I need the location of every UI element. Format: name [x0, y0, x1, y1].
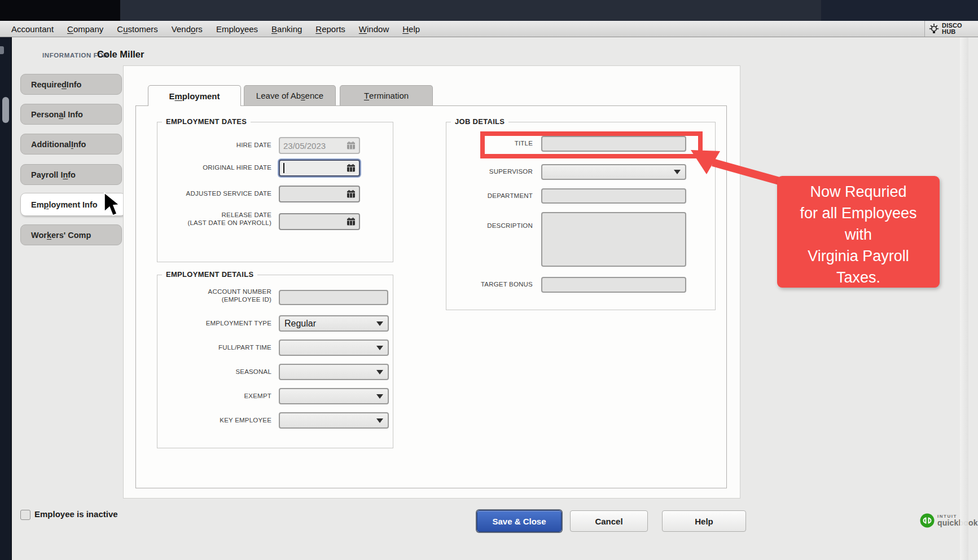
title-band-right-segment: [821, 0, 978, 21]
annotation-line: Taxes.: [777, 267, 940, 288]
employee-inactive-checkbox[interactable]: [20, 510, 30, 520]
job-details-group: JOB DETAILS TITLE SUPERVISOR DEPARTMENT …: [446, 122, 716, 310]
quickbooks-logo: INTUIT quickbooks: [920, 513, 978, 528]
job-details-legend: JOB DETAILS: [451, 117, 508, 126]
tab-termination[interactable]: Termination: [340, 85, 433, 105]
sidebar-item-additional-info[interactable]: Additional Info: [20, 134, 122, 155]
original-hire-date-field[interactable]: [279, 160, 360, 177]
seasonal-label: SEASONAL: [235, 368, 271, 375]
menu-banking[interactable]: Banking: [271, 24, 302, 34]
chevron-down-icon: [376, 418, 383, 423]
text-caret: [283, 163, 284, 173]
chevron-down-icon: [376, 321, 383, 326]
quickbooks-wordmark: quickbooks: [937, 519, 978, 527]
discovery-hub-button[interactable]: DISCO HUB: [924, 21, 978, 37]
menu-customers[interactable]: Customers: [117, 24, 158, 34]
employment-type-select[interactable]: Regular: [279, 315, 389, 332]
release-date-sublabel: (LAST DATE ON PAYROLL): [187, 219, 271, 226]
hire-date-label: HIRE DATE: [236, 142, 271, 148]
chevron-down-icon: [376, 394, 383, 399]
hire-date-field[interactable]: 23/05/2023: [279, 137, 360, 154]
quickbooks-edit-employee-window: Accountant Company Customers Vendors Emp…: [0, 0, 978, 560]
annotation-line: Now Requried: [777, 181, 940, 202]
seasonal-select[interactable]: [279, 364, 389, 380]
title-input[interactable]: [541, 136, 686, 152]
sidebar-item-payroll-info[interactable]: Payroll Info: [20, 164, 122, 185]
tab-leave-of-absence[interactable]: Leave of Absence: [244, 85, 336, 105]
calendar-icon[interactable]: [347, 164, 356, 173]
chevron-down-icon: [376, 346, 383, 350]
account-number-label: ACCOUNT NUMBER: [208, 288, 271, 295]
original-hire-date-label: ORIGINAL HIRE DATE: [203, 164, 271, 171]
background-window-strip: [0, 37, 12, 560]
window-right-edge: [960, 37, 968, 560]
window-title-band: [0, 0, 978, 21]
menu-bar: Accountant Company Customers Vendors Emp…: [0, 21, 978, 37]
employment-details-group: EMPLOYMENT DETAILS ACCOUNT NUMBER (EMPLO…: [157, 275, 393, 448]
department-input[interactable]: [541, 188, 686, 204]
employee-name: Cole Miller: [97, 49, 144, 60]
description-label: DESCRIPTION: [487, 222, 533, 229]
full-part-time-label: FULL/PART TIME: [218, 344, 271, 351]
menu-company[interactable]: Company: [67, 24, 103, 34]
sidebar-item-employment-info[interactable]: Employment Info: [20, 193, 126, 216]
calendar-icon[interactable]: [347, 142, 356, 150]
employee-inactive-label: Employee is inactive: [34, 509, 118, 519]
full-part-time-select[interactable]: [279, 339, 389, 356]
chevron-down-icon: [376, 370, 383, 374]
discovery-hub-label: DISCO HUB: [942, 23, 962, 35]
menu-items: Accountant Company Customers Vendors Emp…: [0, 24, 420, 34]
hire-date-value: 23/05/2023: [283, 141, 356, 151]
release-date-field[interactable]: [279, 213, 360, 230]
target-bonus-input[interactable]: [541, 277, 686, 293]
exempt-label: EXEMPT: [244, 393, 272, 399]
exempt-select[interactable]: [279, 388, 389, 404]
calendar-icon[interactable]: [347, 190, 356, 199]
department-label: DEPARTMENT: [488, 192, 533, 199]
adjusted-service-date-label: ADJUSTED SERVICE DATE: [186, 190, 271, 197]
supervisor-select[interactable]: [541, 164, 686, 180]
cancel-button[interactable]: Cancel: [570, 510, 648, 532]
annotation-line: Virginia Payroll: [777, 245, 940, 267]
release-date-label: RELEASE DATE: [222, 211, 271, 218]
description-textarea[interactable]: [541, 212, 686, 267]
sidebar-item-workers-comp[interactable]: Workers' Comp: [20, 224, 122, 245]
adjusted-service-date-field[interactable]: [279, 186, 360, 202]
sidebar-item-required-info[interactable]: Required Info: [20, 74, 122, 95]
background-window-edge-icon: [0, 46, 4, 54]
account-number-sublabel: (EMPLOYEE ID): [222, 296, 271, 303]
menu-help[interactable]: Help: [402, 24, 420, 34]
save-close-button[interactable]: Save & Close: [477, 510, 562, 532]
menu-window[interactable]: Window: [359, 24, 389, 34]
employment-type-value: Regular: [284, 319, 376, 329]
account-number-input[interactable]: [279, 290, 388, 305]
menu-accountant[interactable]: Accountant: [11, 24, 54, 34]
supervisor-label: SUPERVISOR: [489, 168, 533, 175]
employment-dates-legend: EMPLOYMENT DATES: [162, 117, 251, 126]
menu-vendors[interactable]: Vendors: [172, 24, 203, 34]
quickbooks-icon: [920, 513, 935, 528]
tab-employment[interactable]: Employment: [148, 85, 241, 106]
annotation-note: Now Requried for all Employees with Virg…: [777, 176, 940, 288]
title-label: TITLE: [515, 140, 533, 147]
employment-type-label: EMPLOYMENT TYPE: [206, 320, 271, 327]
menu-reports[interactable]: Reports: [315, 24, 345, 34]
title-band-left-segment: [0, 0, 120, 21]
left-scrollbar-thumb[interactable]: [2, 97, 9, 123]
key-employee-select[interactable]: [279, 412, 389, 429]
calendar-icon[interactable]: [347, 218, 356, 226]
menu-employees[interactable]: Employees: [216, 24, 258, 34]
chevron-down-icon: [674, 170, 681, 174]
sidebar-item-personal-info[interactable]: Personal Info: [20, 104, 122, 125]
lightbulb-icon: [928, 23, 940, 35]
help-button[interactable]: Help: [662, 510, 746, 532]
employment-dates-group: EMPLOYMENT DATES HIRE DATE 23/05/2023 OR…: [157, 122, 393, 262]
employment-details-legend: EMPLOYMENT DETAILS: [162, 270, 257, 279]
annotation-line: with: [777, 224, 940, 245]
annotation-line: for all Employees: [777, 202, 940, 224]
key-employee-label: KEY EMPLOYEE: [220, 417, 271, 424]
target-bonus-label: TARGET BONUS: [481, 281, 533, 288]
